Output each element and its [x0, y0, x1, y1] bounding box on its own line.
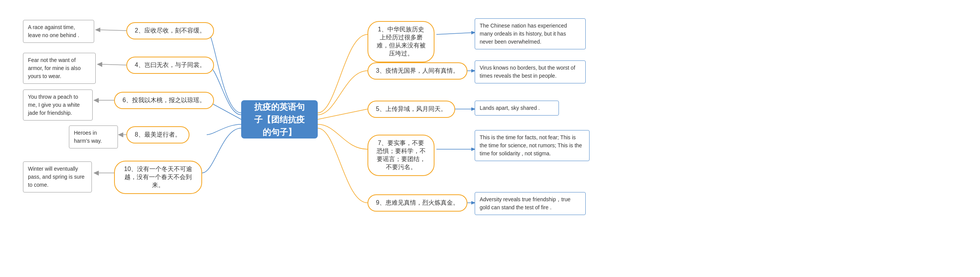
chinese-node-7: 7、要实事，不要恐惧；要科学，不要谣言；要团结，不要污名。 — [368, 135, 434, 176]
svg-line-6 — [436, 33, 475, 34]
svg-marker-14 — [93, 98, 99, 103]
chinese-node-1: 1、中华民族历史上经历过很多磨难，但从来没有被压垮过。 — [368, 21, 434, 62]
chinese-node-10: 10、没有一个冬天不可逾越，没有一个春天不会到来。 — [114, 161, 202, 194]
svg-line-0 — [100, 30, 126, 31]
english-node-7: This is the time for facts, not fear; Th… — [475, 130, 590, 161]
svg-line-1 — [101, 64, 126, 65]
english-node-8: Heroes in harm's way. — [69, 125, 118, 148]
english-node-6: You throw a peach to me, I give you a wh… — [23, 90, 93, 121]
center-node: 抗疫的英语句子【团结抗疫的句子】 — [241, 100, 318, 138]
center-text: 抗疫的英语句子【团结抗疫的句子】 — [250, 101, 309, 138]
english-node-3: Virus knows no borders, but the worst of… — [475, 60, 586, 83]
mind-map: 抗疫的英语句子【团结抗疫的句子】 2、应收尽收，刻不容缓。 4、岂曰无衣，与子同… — [0, 0, 980, 277]
chinese-node-8: 8、最美逆行者。 — [126, 126, 189, 143]
english-node-2: A race against time, leave no one behind… — [23, 20, 94, 43]
svg-line-8 — [318, 109, 368, 119]
svg-marker-12 — [95, 28, 100, 32]
chinese-node-5: 5、上传异域，风月同天。 — [368, 101, 455, 118]
chinese-node-9: 9、患难见真情，烈火炼真金。 — [368, 194, 467, 212]
chinese-node-2: 2、应收尽收，刻不容缓。 — [126, 22, 214, 39]
svg-marker-15 — [118, 132, 123, 137]
svg-marker-13 — [97, 62, 102, 67]
chinese-node-4: 4、岂曰无衣，与子同裳。 — [126, 57, 214, 74]
chinese-node-3: 3、疫情无国界，人间有真情。 — [368, 62, 467, 80]
english-node-4: Fear not the want of armor, for mine is … — [23, 53, 96, 84]
svg-marker-16 — [93, 171, 99, 176]
english-node-10: Winter will eventually pass, and spring … — [23, 161, 92, 192]
chinese-node-6: 6、投我以木桃，报之以琼瑶。 — [114, 92, 214, 109]
english-node-5: Lands apart, sky shared . — [475, 101, 559, 116]
english-node-1: The Chinese nation has experienced many … — [475, 18, 586, 49]
english-node-9: Adversity reveals true friendship，true g… — [475, 192, 586, 215]
